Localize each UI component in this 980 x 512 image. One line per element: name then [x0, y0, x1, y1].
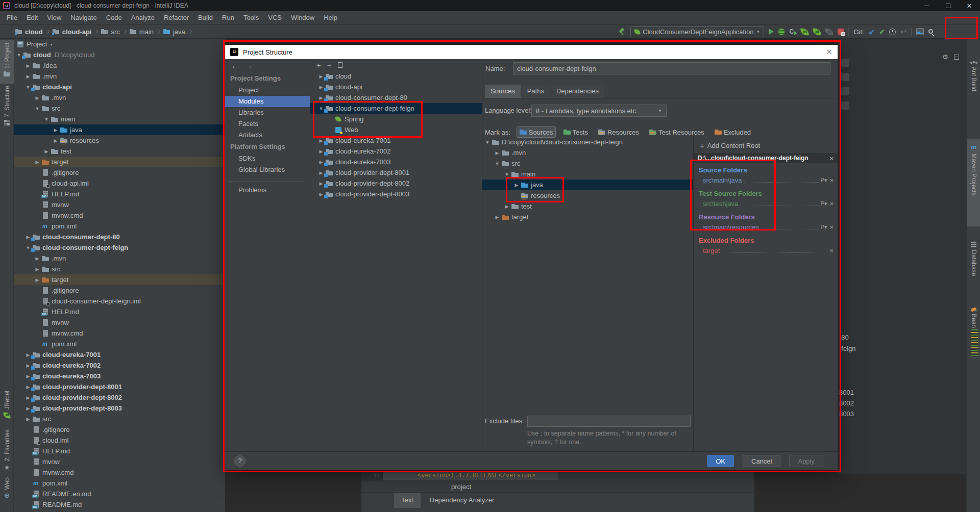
debug-button[interactable]: [778, 29, 785, 35]
minimize-button[interactable]: [916, 0, 937, 11]
tree-arrow-icon[interactable]: ▶: [42, 149, 51, 154]
tree-row[interactable]: HELP.md: [14, 446, 225, 456]
tree-row[interactable]: ▶ cloud-eureka-7003: [14, 371, 225, 381]
tool-tab-web[interactable]: Web ⊕: [0, 477, 14, 505]
apply-button[interactable]: Apply: [789, 455, 823, 467]
tree-row[interactable]: ▶ resources: [14, 135, 225, 146]
tool-tab-project[interactable]: 1: Project: [0, 40, 14, 84]
module-tree-row[interactable]: ▶ cloud: [310, 71, 482, 82]
tree-row[interactable]: ▶ .mvn: [14, 253, 225, 264]
stop-button[interactable]: 8: [838, 29, 844, 35]
tree-row[interactable]: ▶ test: [14, 146, 225, 157]
dialog-sidebar-item[interactable]: Libraries: [225, 107, 310, 118]
tool-tab-maven-projects[interactable]: m Maven Projects: [967, 139, 980, 226]
module-tree-row[interactable]: ▶ cloud-eureka-7001: [310, 135, 482, 146]
git-commit-icon[interactable]: ✔: [879, 28, 885, 36]
tree-arrow-icon[interactable]: ▶: [24, 63, 32, 68]
module-tree-row[interactable]: ▼ cloud-consumer-dept-feign: [310, 103, 482, 114]
menu-item[interactable]: Code: [102, 14, 127, 21]
tree-row[interactable]: ▼ cloud D:\copy\cloud: [14, 49, 225, 60]
tree-row[interactable]: .gitignore: [14, 167, 225, 178]
tree-row[interactable]: ▶ target: [14, 274, 225, 285]
tree-arrow-icon[interactable]: ▶: [33, 160, 41, 165]
mark-as-button[interactable]: Excluded: [712, 126, 753, 138]
mark-as-button[interactable]: Sources: [517, 126, 556, 138]
tree-arrow-icon[interactable]: ▶: [52, 138, 60, 143]
tree-row[interactable]: mvnw.cmd: [14, 328, 225, 339]
mark-as-button[interactable]: Resources: [595, 126, 642, 138]
tool-icon[interactable]: [841, 87, 849, 95]
tree-row[interactable]: mvnw.cmd: [14, 467, 225, 478]
tree-arrow-icon[interactable]: ▶: [33, 277, 41, 283]
content-tree-row[interactable]: ▶ java: [482, 180, 693, 190]
module-settings-tab[interactable]: Dependencies: [551, 85, 604, 98]
tool-icon[interactable]: [841, 101, 849, 110]
content-tree-row[interactable]: ▶ .mvn: [482, 147, 693, 158]
tree-row[interactable]: ▶ cloud-provider-dept-8002: [14, 392, 225, 403]
dialog-close-icon[interactable]: ✕: [826, 47, 832, 57]
module-name-input[interactable]: [513, 62, 830, 74]
content-tree-row[interactable]: ▼ D:\copy\cloud\cloud-consumer-dept-feig…: [482, 137, 693, 147]
tree-row[interactable]: ▶ .mvn: [14, 92, 225, 103]
tree-row[interactable]: pom.xml: [14, 221, 225, 232]
menu-item[interactable]: File: [2, 14, 22, 21]
tree-row[interactable]: ▶ java: [14, 124, 225, 135]
add-module-icon[interactable]: +: [316, 61, 321, 69]
menu-item[interactable]: Help: [319, 14, 342, 21]
history-clock-icon[interactable]: [889, 29, 896, 35]
maximize-button[interactable]: [937, 0, 959, 11]
folder-properties-icon[interactable]: [821, 224, 827, 231]
menu-item[interactable]: Window: [286, 14, 319, 21]
gear-icon[interactable]: ⚙: [942, 53, 948, 61]
dialog-sidebar-item[interactable]: Platform Settings: [225, 141, 310, 153]
module-tree-row[interactable]: ▶ cloud-provider-dept-8001: [310, 167, 482, 178]
menu-item[interactable]: Refactor: [159, 14, 193, 21]
folder-properties-icon[interactable]: [821, 200, 827, 207]
jrebel-debug-button[interactable]: JR: [813, 28, 821, 36]
breadcrumb-item[interactable]: cloud: [15, 28, 53, 36]
menu-item[interactable]: Navigate: [66, 14, 101, 21]
search-everywhere-icon[interactable]: [928, 29, 933, 34]
tree-row[interactable]: HELP.md: [14, 306, 225, 317]
tool-icon[interactable]: [841, 73, 849, 81]
tree-row[interactable]: pom.xml: [14, 478, 225, 489]
breadcrumb-item[interactable]: src: [101, 28, 129, 36]
dialog-sidebar-item[interactable]: Project Settings: [225, 72, 310, 85]
remove-module-icon[interactable]: −: [327, 61, 332, 69]
menu-item[interactable]: VCS: [263, 14, 286, 21]
tree-row[interactable]: cloud-api.iml: [14, 178, 225, 189]
tree-row[interactable]: ▶ src: [14, 414, 225, 424]
folder-path-row[interactable]: src\main\resources: [699, 222, 834, 232]
tree-arrow-icon[interactable]: ▶: [33, 267, 41, 272]
tree-arrow-icon[interactable]: ▶: [512, 183, 521, 188]
dialog-sidebar-item[interactable]: [227, 175, 304, 182]
module-tree-row[interactable]: ▶ cloud-eureka-7002: [310, 146, 482, 157]
tree-row[interactable]: pom.xml: [14, 339, 225, 349]
content-tree-row[interactable]: ▼ src: [482, 158, 693, 169]
dialog-sidebar-item[interactable]: Problems: [225, 185, 310, 196]
run-with-coverage-button[interactable]: C: [789, 28, 796, 35]
run-configuration-selector[interactable]: CloudConsumerDeptFeignApplication ▼: [630, 26, 764, 37]
tree-row[interactable]: ▶ .idea: [14, 60, 225, 71]
tree-row[interactable]: ▶ src: [14, 264, 225, 274]
help-button[interactable]: ?: [234, 455, 246, 467]
tree-row[interactable]: ▶ cloud-provider-dept-8003: [14, 403, 225, 414]
tree-row[interactable]: README.md: [14, 499, 225, 510]
editor-bottom-tab[interactable]: Text: [394, 493, 421, 508]
copy-module-icon[interactable]: [338, 62, 342, 68]
module-settings-tab[interactable]: Sources: [485, 85, 521, 98]
tree-arrow-icon[interactable]: ▶: [24, 417, 32, 422]
module-tree-row[interactable]: ▶ cloud-provider-dept-8002: [310, 178, 482, 189]
tree-row[interactable]: ▼ cloud-consumer-dept-feign: [14, 242, 225, 253]
dialog-sidebar-item[interactable]: Facets: [225, 118, 310, 130]
cancel-button[interactable]: Cancel: [743, 455, 780, 467]
close-button[interactable]: ✕: [959, 0, 980, 11]
module-tree-row[interactable]: Web: [310, 124, 482, 135]
editor-bottom-tab[interactable]: Dependency Analyzer: [423, 493, 501, 508]
back-arrow-icon[interactable]: ←: [231, 62, 238, 70]
tool-tab-favorites[interactable]: 2: Favorites ★: [0, 429, 14, 471]
tool-tab-jrebel[interactable]: JRebel JR: [0, 391, 14, 423]
ok-button[interactable]: OK: [707, 455, 734, 467]
dialog-sidebar-item[interactable]: Global Libraries: [225, 164, 310, 175]
tree-row[interactable]: ▶ cloud-eureka-7002: [14, 360, 225, 371]
